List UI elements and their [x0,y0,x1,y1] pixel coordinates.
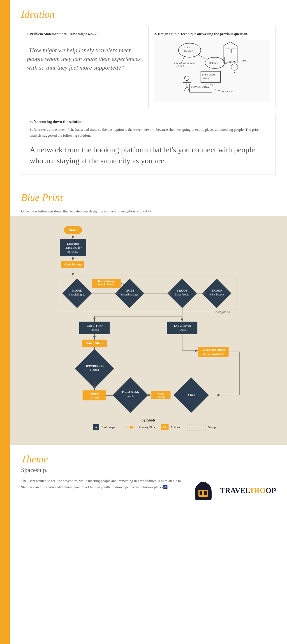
ideation-card-1: 1.Problem Statement into "How might we..… [21,26,149,108]
svg-text:TAB 2: Saved: TAB 2: Saved [173,324,191,327]
theme-subtitle: Spaceship. [21,466,276,474]
svg-rect-6 [223,46,237,63]
ideation-section: Ideation 1.Problem Statement into "How m… [10,0,287,183]
flow-diagram-section: Start Dialogue: Thank you for purchase C… [10,216,287,445]
card1-quote: "How might we help lonely travelers meet… [27,40,143,77]
blueprint-title: Blue Print [21,192,276,203]
brand-text-troop: TR [249,486,260,495]
card2-label: 2. Design Studio Technique answering the… [154,32,270,36]
ideation-title: Ideation [21,8,276,20]
svg-text:COOL: COOL [184,46,191,49]
svg-text:purchase: purchase [68,250,78,253]
blueprint-section: Blue Print Once the solution was done, t… [10,183,287,216]
svg-rect-7 [226,49,230,53]
network-quote: A network from the booking platform that… [30,144,267,166]
narrowing-body: Sofia travels alone, even if she has a b… [30,127,267,139]
svg-text:traveler: traveler [90,396,99,399]
svg-text:Thank you for: Thank you for [64,246,82,249]
svg-text:→ LIMA: → LIMA [176,65,184,68]
helmet-svg [191,478,216,503]
svg-text:A: A [95,425,97,429]
svg-rect-119 [187,424,205,430]
svg-text:Navigation: Navigation [215,310,230,314]
svg-text:LET ME SHOW YOU: LET ME SHOW YOU [174,62,195,65]
brand-text-travel: TRAVEL [220,486,249,495]
theme-body: The users wanted to feel the adventure, … [21,478,182,490]
svg-point-19 [231,64,238,70]
card1-label: 1.Problem Statement into "How might we..… [27,32,143,36]
svg-text:Saved bookings: Saved bookings [121,293,138,296]
sketch-svg: COOL BUDDY LET ME SHOW YOU → LIMA I [154,40,270,102]
svg-line-33 [184,87,187,91]
svg-text:TROOP: TROOP [211,289,222,292]
svg-point-30 [185,76,189,81]
svg-rect-8 [232,49,236,53]
narrowing-title: 3. Narrowing down the solution. [30,120,267,124]
svg-line-36 [215,90,224,92]
svg-text:BUDDY: BUDDY [184,49,193,52]
svg-marker-9 [223,42,237,46]
ideation-cards-container: 1.Problem Statement into "How might we..… [21,26,276,108]
theme-section: Theme Spaceship. The users wanted to fee… [10,445,287,514]
svg-text:Chats: Chats [179,328,186,331]
svg-text:HOME: HOME [72,289,82,292]
svg-text:Select Filters: Select Filters [86,342,103,345]
brand-text-op: OP [265,486,276,495]
svg-text:BOOKING DATES: BOOKING DATES [191,86,209,88]
svg-text:bookig: bookig [203,77,209,79]
svg-text:Chat: Chat [188,393,195,397]
svg-text:Travelers List: Travelers List [85,364,104,367]
svg-text:Answer: Answer [225,90,233,93]
svg-text:Filtered: Filtered [90,368,99,371]
svg-text:Search Engine: Search Engine [69,293,85,296]
svg-text:TRIPS: TRIPS [125,289,134,292]
svg-text:Tab on Troops: Tab on Troops [98,279,115,283]
svg-text:Symbols: Symbols [142,418,156,422]
svg-text:TROOP: TROOP [177,289,188,292]
svg-text:TAB 1: Filter: TAB 1: Filter [86,324,103,327]
svg-text:Meet People: Meet People [210,293,224,296]
svg-text:Travel Buddy: Travel Buddy [122,390,140,394]
flow-diagram-svg: Start Dialogue: Thank you for purchase C… [21,225,276,435]
theme-content: The users wanted to feel the adventure, … [21,478,276,503]
svg-line-12 [198,54,205,59]
design-studio-sketch: COOL BUDDY LET ME SHOW YOU → LIMA I [154,40,270,102]
theme-title: Theme [21,453,276,465]
svg-text:DISCO: DISCO [242,59,248,62]
svg-text:at your saved chats: at your saved chats [203,353,224,356]
svg-text:Close Pop-up: Close Pop-up [64,263,82,266]
blueprint-subtitle: Once the solution was done, the next ste… [21,209,276,214]
svg-text:Actions: Actions [170,425,180,429]
svg-line-34 [187,87,190,91]
svg-text:Profile: Profile [127,395,134,398]
brand-name: TRAVELTROOP [220,486,276,495]
left-accent-bar [0,0,10,644]
svg-text:Start: Start [158,392,164,395]
svg-text:chating: chating [156,395,165,398]
brand-o: O [260,486,265,495]
svg-text:Basic steps: Basic steps [101,425,115,429]
svg-text:Group: Group [208,425,216,429]
svg-line-3 [181,57,184,63]
svg-rect-122 [200,491,202,495]
svg-text:Dialogue:: Dialogue: [67,242,79,245]
svg-text:Choose: Choose [90,392,99,395]
svg-text:AA: AA [163,426,167,429]
start-label: Start [69,228,77,232]
theme-logo: TRAVELTROOP [191,478,276,503]
svg-rect-123 [204,491,207,495]
svg-text:Primary Flow: Primary Flow [139,425,156,429]
ideation-card-2: 2. Design Studio Technique answering the… [149,26,276,108]
narrowing-section: 3. Narrowing down the solution. Sofia tr… [21,114,276,175]
svg-text:IDEAS: IDEAS [209,61,217,65]
svg-text:Meet People: Meet People [175,293,189,296]
svg-text:Icon in Menu: Icon in Menu [98,283,114,286]
svg-text:Troops: Troops [90,328,99,331]
svg-text:Go back and you are: Go back and you are [202,349,225,351]
svg-text:Forum Online: Forum Online [202,74,215,76]
